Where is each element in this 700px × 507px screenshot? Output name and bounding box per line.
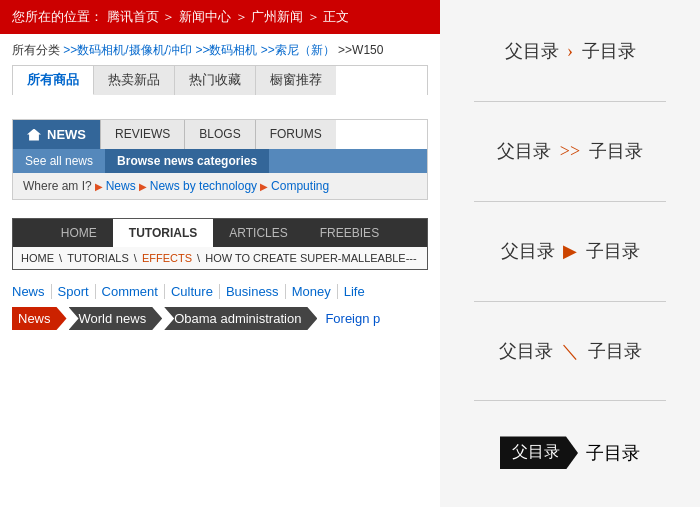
- right-sep-3: ▶: [563, 241, 577, 261]
- divider-3: [474, 301, 666, 302]
- link-culture[interactable]: Culture: [165, 284, 220, 299]
- right-panel: 父目录 › 子目录 父目录 >> 子目录 父目录 ▶ 子目录 父目录 ＼ 子目录…: [440, 0, 700, 507]
- link-comment[interactable]: Comment: [96, 284, 165, 299]
- chevron-world-news[interactable]: World news: [69, 307, 163, 330]
- nav-freebies[interactable]: FREEBIES: [304, 219, 395, 247]
- breadcrumb-gz[interactable]: 广州新闻: [251, 9, 303, 24]
- house-icon: [27, 129, 41, 141]
- right-child-4: 子目录: [588, 341, 642, 361]
- tab-blogs[interactable]: BLOGS: [184, 120, 254, 149]
- where-am-i: Where am I?: [23, 179, 92, 193]
- breadcrumb-home[interactable]: 腾讯首页: [107, 9, 159, 24]
- news-bc-computing[interactable]: Computing: [271, 179, 329, 193]
- right-label-3: 父目录 ▶ 子目录: [501, 237, 640, 266]
- chevron-foreign[interactable]: Foreign p: [319, 307, 386, 330]
- breadcrumb-current: 正文: [323, 9, 349, 24]
- category-breadcrumb: 所有分类 >>数码相机/摄像机/冲印 >>数码相机 >>索尼（新） >>W150: [0, 34, 440, 59]
- dark-bc-effects[interactable]: EFFECTS: [142, 252, 192, 264]
- right-sep-1: ›: [567, 41, 573, 61]
- cat-digital[interactable]: >>数码相机: [195, 43, 257, 57]
- right-child-1: 子目录: [582, 41, 636, 61]
- right-label-2: 父目录 >> 子目录: [497, 137, 642, 166]
- link-business[interactable]: Business: [220, 284, 286, 299]
- right-label-4: 父目录 ＼ 子目录: [499, 337, 642, 366]
- chevron-news[interactable]: News: [12, 307, 67, 330]
- see-all-news-link[interactable]: See all news: [13, 149, 105, 173]
- news-bc-news[interactable]: News: [106, 179, 136, 193]
- link-sport[interactable]: Sport: [52, 284, 96, 299]
- tab-reviews[interactable]: REVIEWS: [100, 120, 184, 149]
- divider-1: [474, 101, 666, 102]
- location-label: 您所在的位置：: [12, 9, 103, 24]
- right-parent-5-chevron: 父目录: [500, 436, 578, 469]
- right-sep-2: >>: [560, 141, 580, 161]
- chevron-obama[interactable]: Obama administration: [164, 307, 317, 330]
- nav-home[interactable]: HOME: [45, 219, 113, 247]
- dark-bc-home[interactable]: HOME: [21, 252, 54, 264]
- news-breadcrumb: Where am I? ▶ News ▶ News by technology …: [13, 173, 427, 199]
- link-life[interactable]: Life: [338, 284, 371, 299]
- right-label-1: 父目录 › 子目录: [505, 37, 636, 66]
- dark-nav-bar: HOME TUTORIALS ARTICLES FREEBIES: [13, 219, 427, 247]
- product-tab-bar: 所有商品 热卖新品 热门收藏 橱窗推荐: [12, 65, 428, 95]
- right-parent-4: 父目录: [499, 341, 553, 361]
- divider-4: [474, 400, 666, 401]
- chevron-breadcrumb: News World news Obama administration For…: [12, 307, 428, 330]
- right-child-3: 子目录: [586, 241, 640, 261]
- link-bar: News Sport Comment Culture Business Mone…: [12, 284, 428, 299]
- left-panel: 您所在的位置： 腾讯首页 ＞ 新闻中心 ＞ 广州新闻 ＞ 正文 所有分类 >>数…: [0, 0, 440, 507]
- right-parent-2: 父目录: [497, 141, 551, 161]
- news-nav-section: NEWS REVIEWS BLOGS FORUMS See all news B…: [12, 119, 428, 200]
- right-sep-4: ＼: [561, 341, 579, 361]
- dark-nav-section: HOME TUTORIALS ARTICLES FREEBIES HOME \ …: [12, 218, 428, 270]
- arrow-icon-1: ▶: [95, 181, 103, 192]
- tab-news[interactable]: NEWS: [13, 120, 100, 149]
- cat-w150: >>W150: [338, 43, 383, 57]
- arrow-icon-3: ▶: [260, 181, 268, 192]
- browse-categories-link[interactable]: Browse news categories: [105, 149, 269, 173]
- dark-bc-tutorials[interactable]: TUTORIALS: [67, 252, 129, 264]
- nav-articles[interactable]: ARTICLES: [213, 219, 303, 247]
- tab-window[interactable]: 橱窗推荐: [256, 66, 336, 95]
- link-news[interactable]: News: [12, 284, 52, 299]
- right-parent-3: 父目录: [501, 241, 555, 261]
- tab-forums[interactable]: FORUMS: [255, 120, 336, 149]
- tab-news-label: NEWS: [47, 127, 86, 142]
- news-nav-bar: See all news Browse news categories: [13, 149, 427, 173]
- tab-all-products[interactable]: 所有商品: [13, 66, 94, 95]
- news-tab-row: NEWS REVIEWS BLOGS FORUMS: [13, 120, 427, 149]
- right-child-2: 子目录: [589, 141, 643, 161]
- tab-hot-new[interactable]: 热卖新品: [94, 66, 175, 95]
- right-parent-1: 父目录: [505, 41, 559, 61]
- divider-2: [474, 201, 666, 202]
- news-bc-tech[interactable]: News by technology: [150, 179, 257, 193]
- cat-camera[interactable]: >>数码相机/摄像机/冲印: [63, 43, 192, 57]
- right-child-5: 子目录: [586, 441, 640, 465]
- red-breadcrumb-bar: 您所在的位置： 腾讯首页 ＞ 新闻中心 ＞ 广州新闻 ＞ 正文: [0, 0, 440, 34]
- link-money[interactable]: Money: [286, 284, 338, 299]
- breadcrumb-news[interactable]: 新闻中心: [179, 9, 231, 24]
- dark-bc-how: HOW TO CREATE SUPER-MALLEABLE---: [205, 252, 416, 264]
- nav-tutorials[interactable]: TUTORIALS: [113, 219, 213, 247]
- tab-hot-collect[interactable]: 热门收藏: [175, 66, 256, 95]
- right-label-5: 父目录 子目录: [500, 436, 640, 469]
- arrow-icon-2: ▶: [139, 181, 147, 192]
- dark-breadcrumb: HOME \ TUTORIALS \ EFFECTS \ HOW TO CREA…: [13, 247, 427, 269]
- cat-sony[interactable]: >>索尼（新）: [261, 43, 335, 57]
- cat-all[interactable]: 所有分类: [12, 43, 60, 57]
